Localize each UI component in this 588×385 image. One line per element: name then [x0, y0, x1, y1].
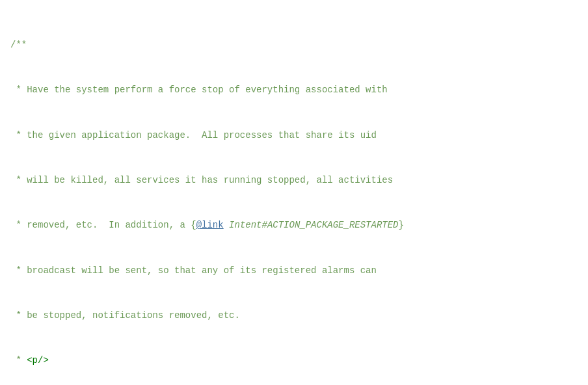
line-2: * Have the system perform a force stop o…	[10, 83, 578, 98]
comment-line-4: * will be killed, all services it has ru…	[10, 175, 393, 185]
annotation-link-1: @link	[196, 220, 224, 230]
comment-line-3: * the given application package. All pro…	[10, 130, 377, 140]
line-6: * broadcast will be sent, so that any of…	[10, 263, 578, 278]
line-7: * be stopped, notifications removed, etc…	[10, 308, 578, 323]
comment-line-8: * <p/>	[10, 355, 49, 365]
comment-line-5: * removed, etc. In addition, a {@link In…	[10, 220, 404, 230]
comment-line-2: * Have the system perform a force stop o…	[10, 85, 388, 95]
line-1: /**	[10, 38, 578, 53]
comment-line-6: * broadcast will be sent, so that any of…	[10, 265, 377, 276]
xml-p-tag: <p/>	[27, 355, 49, 365]
line-3: * the given application package. All pro…	[10, 128, 578, 143]
code-viewer: /** * Have the system perform a force st…	[0, 0, 588, 385]
comment-open: /**	[10, 40, 27, 50]
link-text-1: Intent#ACTION_PACKAGE_RESTARTED	[229, 220, 398, 230]
line-5: * removed, etc. In addition, a {@link In…	[10, 218, 578, 233]
code-content: /** * Have the system perform a force st…	[0, 5, 588, 385]
line-8: * <p/>	[10, 353, 578, 368]
comment-line-7: * be stopped, notifications removed, etc…	[10, 310, 240, 321]
line-4: * will be killed, all services it has ru…	[10, 173, 578, 188]
